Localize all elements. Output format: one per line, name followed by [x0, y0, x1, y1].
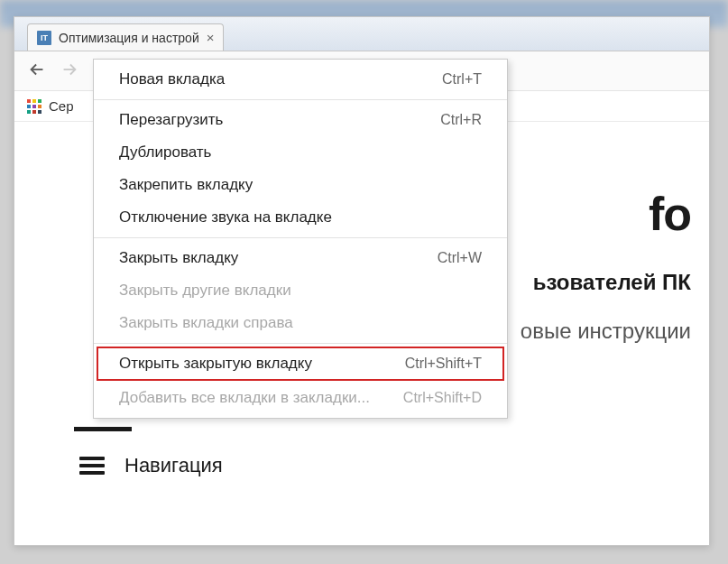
hamburger-icon[interactable] — [79, 457, 105, 475]
ctx-close-tab[interactable]: Закрыть вкладку Ctrl+W — [94, 242, 507, 274]
ctx-item-label: Дублировать — [119, 143, 211, 162]
ctx-separator — [94, 237, 507, 238]
ctx-duplicate[interactable]: Дублировать — [94, 136, 507, 169]
ctx-separator — [94, 343, 507, 344]
forward-button[interactable] — [60, 60, 79, 83]
tab-strip: IT Оптимизация и настрой × — [14, 17, 709, 51]
tab-context-menu: Новая вкладка Ctrl+T Перезагрузить Ctrl+… — [93, 59, 508, 419]
apps-icon[interactable] — [27, 99, 41, 114]
navigation-label: Навигация — [124, 454, 223, 477]
ctx-new-tab[interactable]: Новая вкладка Ctrl+T — [94, 63, 507, 96]
ctx-item-shortcut: Ctrl+T — [442, 71, 482, 88]
navigation-row: Навигация — [79, 454, 223, 477]
ctx-item-label: Перезагрузить — [119, 111, 223, 129]
ctx-item-shortcut: Ctrl+R — [440, 112, 482, 128]
page-subtext: овые инструкции — [521, 319, 691, 344]
ctx-bookmark-all-tabs: Добавить все вкладки в закладки... Ctrl+… — [94, 382, 507, 414]
ctx-item-label: Добавить все вкладки в закладки... — [119, 389, 370, 407]
browser-tab[interactable]: IT Оптимизация и настрой × — [27, 23, 224, 51]
back-button[interactable] — [27, 60, 47, 83]
ctx-item-label: Закрыть вкладки справа — [119, 314, 293, 332]
ctx-separator — [94, 99, 507, 100]
ctx-item-shortcut: Ctrl+Shift+D — [403, 390, 482, 406]
ctx-item-shortcut: Ctrl+Shift+T — [405, 356, 482, 372]
section-divider — [74, 427, 132, 431]
ctx-item-label: Открыть закрытую вкладку — [119, 355, 312, 373]
ctx-item-label: Закрепить вкладку — [119, 176, 253, 194]
ctx-item-label: Новая вкладка — [119, 70, 225, 88]
ctx-item-label: Отключение звука на вкладке — [119, 208, 332, 227]
bookmarks-item-services[interactable]: Сер — [49, 98, 74, 114]
ctx-mute-tab[interactable]: Отключение звука на вкладке — [94, 201, 507, 234]
close-tab-icon[interactable]: × — [207, 31, 215, 44]
ctx-item-label: Закрыть вкладку — [119, 249, 238, 267]
ctx-close-other-tabs: Закрыть другие вкладки — [94, 274, 507, 307]
page-heading-fragment: fo — [649, 187, 691, 241]
ctx-item-shortcut: Ctrl+W — [438, 250, 482, 266]
ctx-item-label: Закрыть другие вкладки — [119, 282, 291, 300]
ctx-pin-tab[interactable]: Закрепить вкладку — [94, 169, 507, 201]
tab-title: Оптимизация и настрой — [59, 31, 199, 45]
tab-favicon: IT — [37, 31, 51, 45]
page-subheading: ьзователей ПК — [533, 270, 691, 295]
ctx-reopen-closed-tab[interactable]: Открыть закрытую вкладку Ctrl+Shift+T — [97, 347, 503, 380]
ctx-reload[interactable]: Перезагрузить Ctrl+R — [94, 104, 507, 136]
ctx-close-tabs-right: Закрыть вкладки справа — [94, 307, 507, 339]
